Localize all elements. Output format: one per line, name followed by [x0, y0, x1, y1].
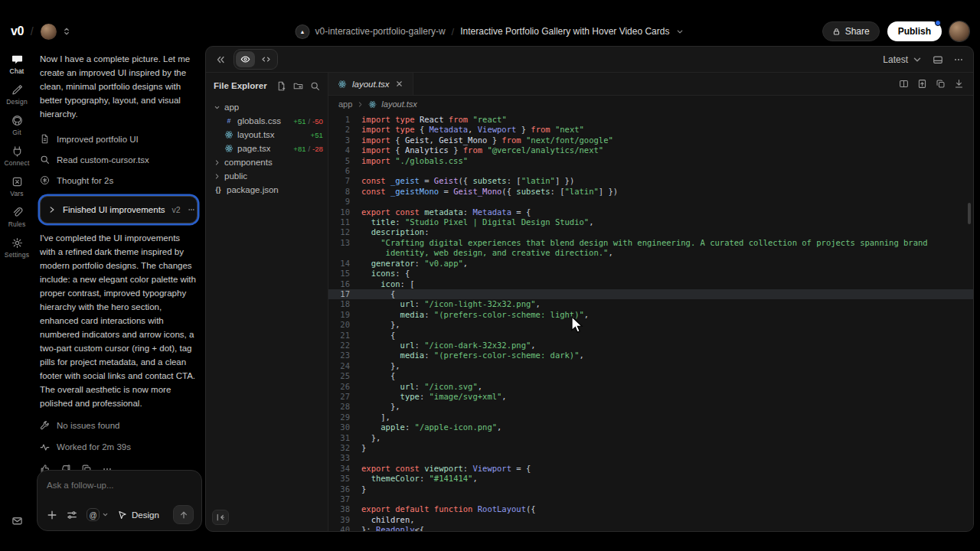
tree-item-label: components	[224, 158, 273, 167]
chevron-down-icon	[912, 54, 923, 65]
vars-icon	[11, 176, 23, 187]
scrollbar-thumb[interactable]	[968, 203, 971, 224]
tree-item-package.json[interactable]: {}package.json	[211, 183, 323, 197]
sliders-icon[interactable]	[67, 510, 77, 520]
breadcrumb-file[interactable]: layout.tsx	[381, 99, 416, 109]
code-line-12: 12 description:	[328, 227, 973, 237]
tree-item-app[interactable]: app	[211, 100, 323, 114]
code-line-34: 34export const viewport: Viewport = {	[328, 464, 973, 474]
code-line-3: 3import { Geist, Geist_Mono } from "next…	[328, 135, 973, 145]
tree-item-page.tsx[interactable]: page.tsx+81 / -28	[211, 142, 323, 155]
rail-item-rules[interactable]: Rules	[4, 207, 29, 228]
tree-item-public[interactable]: public	[211, 169, 323, 183]
chat-step[interactable]: Read custom-cursor.tsx	[40, 149, 198, 170]
tree-item-layout.tsx[interactable]: layout.tsx+51	[211, 128, 323, 142]
code-line-23: 23 media: "(prefers-color-scheme: dark)"…	[328, 350, 973, 360]
pulse-icon	[40, 442, 50, 452]
code-line-30: 30 apple: "/apple-icon.png",	[328, 422, 973, 432]
rail-item-vars[interactable]: Vars	[4, 176, 29, 197]
tree-item-globals.css[interactable]: #globals.css+51 / -50	[211, 114, 323, 128]
chevron-down-icon[interactable]	[675, 28, 684, 36]
line-number: 17	[328, 289, 350, 299]
eye-icon	[240, 54, 250, 64]
rail-item-settings[interactable]: Settings	[4, 237, 29, 259]
code-line-40: 40}: Readonly<{	[328, 525, 973, 531]
line-number: 35	[328, 474, 350, 484]
breadcrumb-folder[interactable]: app	[338, 99, 352, 109]
tree-item-components[interactable]: components	[211, 155, 323, 169]
publish-badge	[935, 20, 941, 26]
code-line-26: 26 url: "/icon.svg",	[328, 382, 973, 392]
code-line-16: 16 icon: [	[328, 279, 973, 289]
diff-stats: +81 / -28	[293, 145, 323, 153]
chevron-up-down-icon[interactable]	[62, 26, 71, 37]
file-explorer-header: File Explorer	[206, 73, 328, 99]
chevrons-left-icon[interactable]	[215, 54, 226, 65]
download-icon[interactable]	[954, 79, 964, 89]
tab-layout-tsx[interactable]: layout.tsx	[328, 73, 413, 95]
diff-stats: +51 / -50	[293, 117, 323, 126]
line-number: 32	[328, 443, 350, 453]
file-tree: app #globals.css+51 / -50 layout.tsx+51 …	[206, 99, 328, 197]
rail-item-git[interactable]: Git	[4, 115, 29, 136]
model-icon: @	[87, 508, 100, 521]
line-number: 6	[328, 166, 350, 176]
new-folder-icon[interactable]	[293, 81, 303, 91]
chat-step[interactable]: Improved portfolio UI	[40, 129, 198, 149]
css-file-icon: #	[224, 116, 234, 126]
model-selector[interactable]: @	[87, 508, 109, 521]
share-button[interactable]: Share	[822, 21, 880, 41]
design-mode-chip[interactable]: Design	[118, 508, 159, 522]
project-name[interactable]: v0-interactive-portfolio-gallery-w	[315, 26, 446, 37]
plus-icon[interactable]	[47, 510, 57, 520]
line-number: 14	[328, 259, 350, 269]
code-editor: layout.tsx	[328, 73, 973, 531]
export-file-icon[interactable]	[917, 79, 927, 89]
chat-step[interactable]: Thought for 2s	[40, 170, 198, 191]
chat-step-label: Read custom-cursor.tsx	[57, 153, 149, 167]
publish-button[interactable]: Publish	[887, 21, 942, 41]
line-number: 11	[328, 217, 350, 227]
assistant-summary-text: I've completed the UI improvements with …	[40, 231, 198, 410]
rail-item-label: Vars	[10, 190, 24, 197]
more-icon[interactable]	[188, 206, 195, 214]
code-line-17: 17 {	[328, 289, 973, 299]
chat-status: No issues found Worked for 2m 39s	[40, 419, 198, 454]
rail-item-connect[interactable]: Connect	[4, 145, 29, 167]
close-icon[interactable]	[395, 80, 403, 88]
mail-icon[interactable]	[11, 515, 23, 527]
line-number: 1	[328, 115, 350, 125]
search-icon	[40, 155, 50, 165]
line-number: 23	[328, 350, 350, 360]
line-number: 39	[328, 515, 350, 525]
tree-item-label: layout.tsx	[237, 130, 275, 139]
status-row: No issues found	[40, 419, 198, 432]
search-icon[interactable]	[310, 81, 320, 91]
rail-item-design[interactable]: Design	[4, 84, 29, 106]
code-line-14: 14 generator: "v0.app",	[328, 259, 973, 269]
user-avatar[interactable]	[949, 21, 969, 41]
rail-item-chat[interactable]: Chat	[4, 54, 29, 75]
collapse-sidebar-button[interactable]	[212, 510, 229, 525]
send-button[interactable]	[173, 505, 194, 524]
browser-panel-icon[interactable]	[933, 54, 943, 65]
code-toggle-button[interactable]	[256, 51, 276, 67]
version-card[interactable]: Finished UI improvements v2	[40, 196, 198, 223]
new-file-icon[interactable]	[276, 81, 286, 91]
panel-collapse-icon	[216, 513, 225, 522]
follow-up-input[interactable]: Ask a follow-up... @ Design	[37, 470, 202, 531]
version-dropdown[interactable]: Latest	[883, 54, 923, 65]
code-area[interactable]: 1import type React from "react" 2import …	[328, 112, 973, 531]
code-line-8: 8const _geistMono = Geist_Mono({ subsets…	[328, 187, 973, 197]
copy-icon[interactable]	[936, 79, 946, 89]
split-panel-icon[interactable]	[899, 79, 909, 89]
chat-title[interactable]: Interactive Portfolio Gallery with Hover…	[460, 26, 669, 37]
code-breadcrumb: app layout.tsx	[328, 96, 973, 112]
project-icon[interactable]: ▲	[296, 25, 309, 38]
team-avatar[interactable]	[41, 24, 57, 40]
code-line-31: 31 },	[328, 433, 973, 443]
line-number: 26	[328, 382, 350, 392]
tree-item-label: app	[224, 103, 239, 112]
preview-toggle-button[interactable]	[236, 51, 255, 67]
more-horizontal-icon[interactable]	[953, 54, 964, 65]
